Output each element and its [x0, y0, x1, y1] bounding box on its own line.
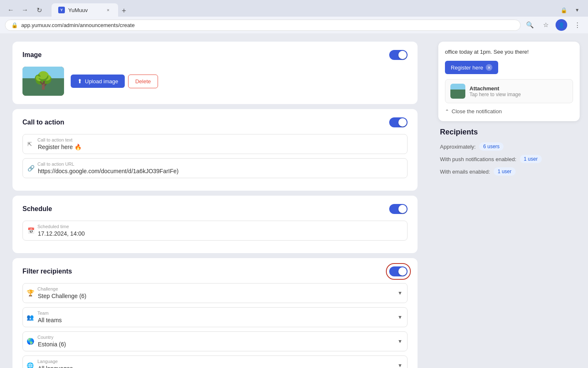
attachment-title: Attachment — [469, 85, 521, 92]
new-tab-button[interactable]: + — [118, 5, 130, 17]
push-recipients-row: With push notifications enabled: 1 user — [440, 155, 578, 163]
schedule-section-header: Schedule — [22, 204, 408, 214]
approximately-badge: 6 users — [479, 142, 504, 151]
menu-button[interactable]: ⋮ — [571, 19, 583, 31]
attachment-thumbnail — [450, 84, 465, 99]
team-select[interactable]: All teams — [22, 307, 408, 327]
link-icon: 🔗 — [27, 165, 35, 172]
image-section-title: Image — [22, 51, 42, 59]
approximately-row: Approximately: 6 users — [440, 142, 578, 151]
attachment-info: Attachment Tap here to view image — [469, 85, 521, 97]
image-row: ⬆ Upload image Delete — [22, 67, 408, 96]
image-preview — [22, 67, 64, 96]
reload-button[interactable]: ↻ — [33, 4, 45, 16]
upload-label: Upload image — [85, 78, 118, 85]
language-icon: 🌐 — [27, 362, 34, 368]
cta-toggle-thumb — [398, 118, 407, 127]
delete-image-button[interactable]: Delete — [128, 75, 158, 88]
attachment-row: Attachment Tap here to view image — [445, 79, 573, 103]
calendar-icon: 📅 — [27, 227, 35, 234]
schedule-toggle[interactable] — [389, 204, 408, 214]
address-bar[interactable]: 🔒 app.yumuuv.com/admin/announcements/cre… — [5, 20, 521, 31]
country-select[interactable]: Estonia (6) — [22, 331, 408, 351]
tab-favicon: Y — [58, 7, 65, 13]
address-bar-row: 🔒 app.yumuuv.com/admin/announcements/cre… — [0, 17, 588, 33]
extensions-button[interactable]: 🔒 — [558, 4, 570, 16]
trophy-icon: 🏆 — [27, 289, 35, 297]
image-section-header: Image — [22, 50, 408, 60]
country-select-group: 🌎 Country Estonia (6) ▼ — [22, 331, 408, 351]
preview-area: office today at 1pm. See you there! Regi… — [430, 33, 588, 368]
schedule-section-title: Schedule — [22, 205, 52, 213]
tab-bar: Y YuMuuv × + — [48, 3, 133, 17]
close-notification-label: Close the notification — [452, 108, 502, 114]
image-actions: ⬆ Upload image Delete — [71, 75, 158, 88]
form-area: Image ⬆ Upload image — [0, 33, 430, 368]
zoom-button[interactable]: 🔍 — [524, 19, 536, 31]
call-to-action-section: Call to action ⇱ Call to action text 🔗 C… — [12, 109, 418, 191]
cta-text-group: ⇱ Call to action text — [22, 134, 408, 154]
image-tree-graphic — [22, 67, 64, 96]
schedule-section: Schedule 📅 Scheduled time — [12, 196, 418, 253]
approximately-label: Approximately: — [440, 144, 476, 150]
profile-button[interactable]: 👤 — [556, 19, 567, 31]
close-notification-row[interactable]: ⌃ Close the notification — [445, 108, 573, 114]
forward-button[interactable]: → — [19, 4, 31, 16]
cta-url-input[interactable] — [22, 158, 408, 178]
schedule-toggle-thumb — [398, 205, 407, 213]
bookmark-button[interactable]: ☆ — [540, 19, 551, 31]
cta-preview-button: Register here ✕ — [445, 61, 498, 74]
browser-chrome: ← → ↻ Y YuMuuv × + 🔒 ▼ 🔒 app.yumuuv.com/… — [0, 0, 588, 33]
globe-icon: 🌎 — [27, 338, 35, 345]
page-content: Image ⬆ Upload image — [0, 33, 588, 368]
browser-toolbar-icons: 🔍 ☆ 👤 ⋮ — [524, 19, 583, 31]
filter-toggle[interactable] — [389, 266, 408, 276]
resize-icon: ⇱ — [27, 141, 32, 147]
filter-section-header: Filter recipients — [22, 266, 408, 276]
filter-toggle-highlighted — [389, 266, 408, 276]
tab-close-button[interactable]: × — [105, 7, 111, 13]
email-recipients-row: With emails enabled: 1 user — [440, 167, 578, 176]
cta-section-title: Call to action — [22, 119, 64, 126]
cta-url-group: 🔗 Call to action URL — [22, 158, 408, 178]
nav-buttons: ← → ↻ — [5, 4, 45, 16]
image-toggle-track — [389, 50, 408, 60]
email-recipients-badge: 1 user — [494, 167, 516, 176]
push-recipients-badge: 1 user — [520, 155, 542, 163]
email-recipients-label: With emails enabled: — [440, 169, 490, 175]
url-text: app.yumuuv.com/admin/announcements/creat… — [21, 22, 135, 28]
schedule-time-group: 📅 Scheduled time — [22, 221, 408, 241]
upload-image-button[interactable]: ⬆ Upload image — [71, 75, 125, 88]
tab-title: YuMuuv — [68, 7, 88, 13]
cta-text-input[interactable] — [22, 134, 408, 154]
image-toggle[interactable] — [389, 50, 408, 60]
filter-recipients-section: Filter recipients 🏆 Challenge Ste — [12, 258, 418, 368]
cta-toggle-track — [389, 117, 408, 127]
filter-toggle-track — [389, 266, 408, 276]
upload-icon: ⬆ — [77, 78, 82, 85]
language-select[interactable]: All languages — [22, 356, 408, 368]
schedule-toggle-track — [389, 204, 408, 214]
back-button[interactable]: ← — [5, 4, 17, 16]
chevron-up-icon: ⌃ — [445, 109, 449, 114]
dropdown-button[interactable]: ▼ — [571, 4, 583, 16]
cta-section-header: Call to action — [22, 117, 408, 127]
browser-top-bar: ← → ↻ Y YuMuuv × + 🔒 ▼ — [0, 0, 588, 17]
form-column: Image ⬆ Upload image — [0, 33, 430, 368]
cta-close-icon: ✕ — [486, 64, 492, 71]
schedule-time-input[interactable] — [22, 221, 408, 241]
team-select-group: 👥 Team All teams ▼ — [22, 307, 408, 327]
lock-icon: 🔒 — [11, 22, 18, 28]
cta-toggle[interactable] — [389, 117, 408, 127]
filter-section-title: Filter recipients — [22, 268, 72, 275]
push-recipients-label: With push notifications enabled: — [440, 156, 516, 162]
notification-preview-card: office today at 1pm. See you there! Regi… — [438, 42, 580, 121]
recipients-title: Recipients — [440, 128, 578, 137]
active-tab[interactable]: Y YuMuuv × — [52, 3, 118, 17]
filter-toggle-thumb — [398, 267, 407, 276]
image-toggle-thumb — [398, 51, 407, 59]
language-select-group: 🌐 Language All languages ▼ — [22, 356, 408, 368]
team-icon: 👥 — [27, 314, 34, 321]
challenge-select[interactable]: Step Challenge (6) — [22, 283, 408, 303]
image-section: Image ⬆ Upload image — [12, 42, 418, 104]
